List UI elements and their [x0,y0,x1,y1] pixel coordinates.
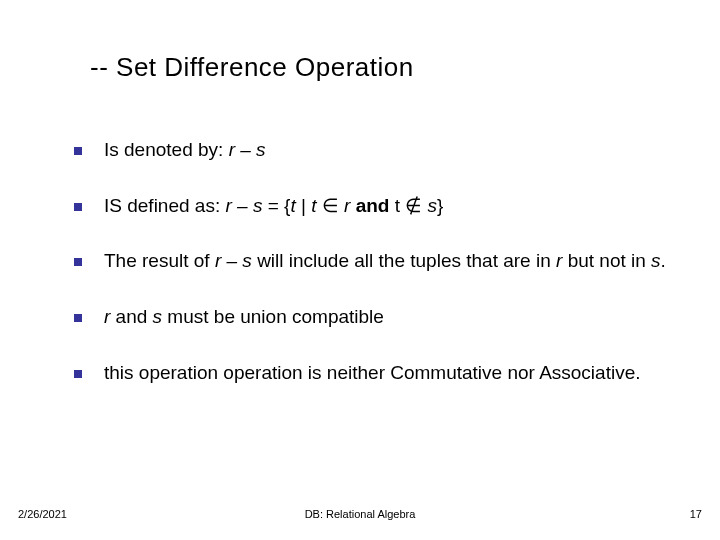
text-run: IS defined as: [104,195,225,216]
text-run: . [661,250,666,271]
math-var: s [422,195,437,216]
math-var: r [556,250,568,271]
square-bullet-icon [74,314,82,322]
square-bullet-icon [74,203,82,211]
text-run: must be union compatible [162,306,384,327]
element-of-symbol: ∈ [322,195,339,216]
list-item: The result of r – s will include all the… [40,248,680,274]
list-item-text: r and s must be union compatible [104,304,680,330]
list-item: r and s must be union compatible [40,304,680,330]
list-item-text: Is denoted by: r – s [104,137,680,163]
math-expr: r – s [215,250,257,271]
math-var: t [290,195,301,216]
square-bullet-icon [74,258,82,266]
math-expr: r – s [225,195,267,216]
text-run: | [301,195,311,216]
list-item-text: IS defined as: r – s = {t | t ∈ r and t … [104,193,680,219]
list-item-text: The result of r – s will include all the… [104,248,680,274]
text-run: } [437,195,443,216]
list-item: this operation operation is neither Comm… [40,360,680,386]
square-bullet-icon [74,147,82,155]
slide-number: 17 [690,508,702,520]
text-run: but not in [568,250,651,271]
not-element-of-symbol: ∉ [405,195,422,216]
text-run: will include all the tuples that are in [257,250,556,271]
text-run: and [116,306,153,327]
slide: -- Set Difference Operation Is denoted b… [0,0,720,540]
square-bullet-icon [74,370,82,378]
footer-title: DB: Relational Algebra [305,508,416,520]
math-var: s [153,306,163,327]
math-expr: r – s [229,139,266,160]
text-run: The result of [104,250,215,271]
list-item: Is denoted by: r – s [40,137,680,163]
math-var: r [339,195,356,216]
footer-date: 2/26/2021 [18,508,67,520]
keyword-and: and [356,195,390,216]
list-item-text: this operation operation is neither Comm… [104,360,680,386]
math-var: t [389,195,405,216]
bullet-list: Is denoted by: r – s IS defined as: r – … [40,137,680,385]
text-run: Is denoted by: [104,139,229,160]
list-item: IS defined as: r – s = {t | t ∈ r and t … [40,193,680,219]
text-run: = { [268,195,291,216]
math-var: t [311,195,322,216]
math-var: s [651,250,661,271]
math-var: r [104,306,116,327]
slide-footer: 2/26/2021 DB: Relational Algebra 17 [0,508,720,520]
slide-title: -- Set Difference Operation [90,52,680,83]
